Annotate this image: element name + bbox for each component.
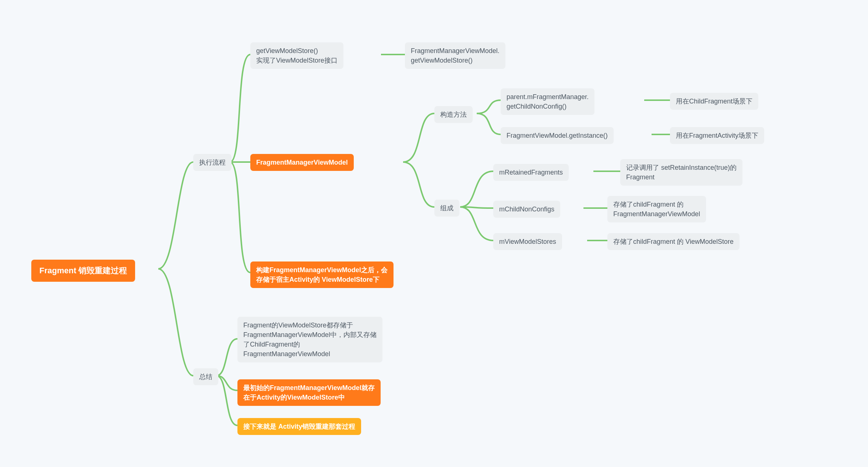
node-summary-s3[interactable]: 接下来就是 Activity销毁重建那套过程 (237, 418, 361, 435)
node-getviewmodelstore[interactable]: getViewModelStore() 实现了ViewModelStore接口 (250, 42, 343, 69)
node-ctor-childfragment-usage[interactable]: 用在ChildFragment场景下 (670, 93, 758, 110)
node-mretainedfragments-desc[interactable]: 记录调用了 setRetainInstance(true)的 Fragment (620, 159, 742, 186)
node-mviewmodelstores[interactable]: mViewModelStores (493, 233, 562, 250)
node-summary-s1[interactable]: Fragment的ViewModelStore都存储于 FragmentMana… (237, 317, 382, 362)
branch-composition[interactable]: 组成 (434, 200, 459, 217)
node-mretainedfragments[interactable]: mRetainedFragments (493, 164, 569, 181)
node-ctor-fragmentactivity-usage[interactable]: 用在FragmentActivity场景下 (670, 127, 764, 144)
branch-constructor[interactable]: 构造方法 (434, 106, 473, 123)
node-fmvm-getviewmodelstore[interactable]: FragmentManagerViewModel. getViewModelSt… (405, 42, 505, 69)
root-node[interactable]: Fragment 销毁重建过程 (31, 260, 135, 282)
node-fragmentmanagerviewmodel[interactable]: FragmentManagerViewModel (250, 154, 354, 171)
node-ctor-getinstance[interactable]: FragmentViewModel.getInstance() (501, 127, 614, 144)
node-mchildnonconfigs-desc[interactable]: 存储了childFragment 的 FragmentManagerViewMo… (607, 196, 706, 222)
node-store-in-host-activity[interactable]: 构建FragmentManagerViewModel之后，会 存储于宿主Acti… (250, 261, 394, 288)
node-mchildnonconfigs[interactable]: mChildNonConfigs (493, 201, 560, 218)
branch-summary[interactable]: 总结 (193, 368, 218, 385)
node-ctor-getchildnonconfig[interactable]: parent.mFragmentManager. getChildNonConf… (501, 88, 594, 115)
branch-exec[interactable]: 执行流程 (193, 154, 232, 171)
node-summary-s2[interactable]: 最初始的FragmentManagerViewModel就存 在于Activit… (237, 379, 381, 406)
node-mviewmodelstores-desc[interactable]: 存储了childFragment 的 ViewModelStore (607, 233, 740, 250)
